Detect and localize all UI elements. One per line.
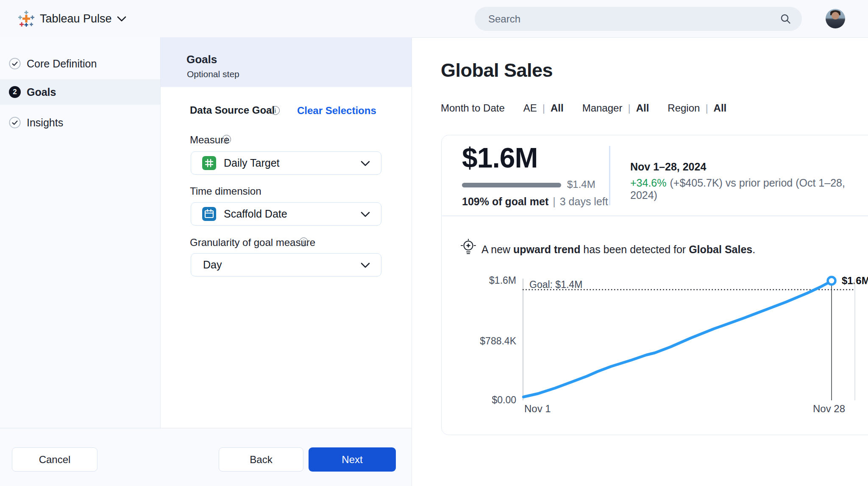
filter-month-to-date[interactable]: Month to Date xyxy=(441,102,505,114)
step-label: Insights xyxy=(27,117,63,129)
y-axis-tick: $788.4K xyxy=(480,335,516,347)
chevron-down-icon xyxy=(361,161,370,167)
info-icon[interactable]: i xyxy=(271,106,280,115)
user-avatar[interactable] xyxy=(826,9,845,28)
measure-grid-icon xyxy=(202,156,216,170)
panel-subtitle: Optional step xyxy=(187,69,239,79)
next-button[interactable]: Next xyxy=(309,447,396,472)
filter-bar: Month to Date AE | All Manager | All Reg… xyxy=(441,102,726,114)
measure-value: Daily Target xyxy=(224,157,280,169)
top-bar: Tableau Pulse xyxy=(0,0,868,38)
tableau-logo-icon xyxy=(18,10,35,27)
chevron-down-icon xyxy=(361,263,370,268)
x-axis-tick: Nov 28 xyxy=(813,403,845,415)
filter-region[interactable]: Region | All xyxy=(668,102,726,114)
search-icon[interactable] xyxy=(780,13,792,25)
filter-ae[interactable]: AE | All xyxy=(523,102,564,114)
goal-progress-bar xyxy=(462,183,561,187)
insight-lightbulb-icon xyxy=(460,239,476,257)
sidebar-item-goals[interactable]: 2 Goals xyxy=(0,79,160,105)
measure-select[interactable]: Daily Target xyxy=(191,151,381,175)
step-label: Goals xyxy=(27,86,56,98)
kpi-current-value: $1.6M xyxy=(462,142,537,174)
sidebar-item-core-definition[interactable]: Core Definition xyxy=(0,52,160,75)
info-icon[interactable]: i xyxy=(222,135,231,144)
kpi-period: Nov 1–28, 2024 xyxy=(630,161,706,173)
goal-met-status: 109% of goal met|3 days left xyxy=(462,196,608,208)
x-axis-tick: Nov 1 xyxy=(524,403,551,415)
data-source-goal-title: Data Source Goal xyxy=(190,104,275,116)
kpi-change: +34.6%(+$405.7K) vs prior period (Oct 1–… xyxy=(630,177,868,201)
clear-selections-link[interactable]: Clear Selections xyxy=(297,105,376,117)
granularity-label: Granularity of goal measure xyxy=(190,237,315,249)
insight-sentence: A new upward trend has been detected for… xyxy=(481,243,755,256)
app-title: Tableau Pulse xyxy=(40,0,112,37)
info-icon[interactable]: i xyxy=(299,237,308,246)
filter-separator: | xyxy=(542,102,545,114)
endpoint-marker xyxy=(828,277,835,285)
sales-trend-line xyxy=(523,281,832,397)
goals-panel xyxy=(161,37,412,428)
y-axis-tick: $1.6M xyxy=(489,275,516,286)
step-complete-check-icon xyxy=(9,58,21,70)
page-title: Global Sales xyxy=(441,59,553,81)
time-dimension-select[interactable]: Scaffold Date xyxy=(191,202,381,226)
chevron-down-icon xyxy=(361,212,370,218)
goal-amount-label: $1.4M xyxy=(567,179,595,190)
calendar-icon xyxy=(202,207,216,221)
filter-separator: | xyxy=(705,102,708,114)
cancel-button[interactable]: Cancel xyxy=(12,447,97,472)
y-axis-tick: $0.00 xyxy=(492,394,516,406)
panel-divider xyxy=(412,37,412,486)
filter-manager[interactable]: Manager | All xyxy=(582,102,649,114)
change-percent: +34.6% xyxy=(630,177,667,189)
back-button[interactable]: Back xyxy=(219,447,303,472)
filter-separator: | xyxy=(628,102,630,114)
granularity-value: Day xyxy=(203,259,222,271)
search-input[interactable] xyxy=(487,13,780,25)
step-complete-check-icon xyxy=(9,117,21,128)
time-dimension-label: Time dimension xyxy=(190,185,262,197)
granularity-select[interactable]: Day xyxy=(191,253,381,277)
kpi-vertical-divider xyxy=(609,146,610,205)
search-bar[interactable] xyxy=(475,7,802,31)
panel-title: Goals xyxy=(186,53,217,66)
trend-line-chart xyxy=(523,278,856,401)
step-label: Core Definition xyxy=(27,58,97,70)
app-switcher-chevron-down-icon[interactable] xyxy=(117,16,126,22)
sidebar-item-insights[interactable]: Insights xyxy=(0,111,160,134)
card-divider xyxy=(442,215,868,216)
time-dimension-value: Scaffold Date xyxy=(224,208,287,220)
step-number-badge: 2 xyxy=(9,86,21,98)
